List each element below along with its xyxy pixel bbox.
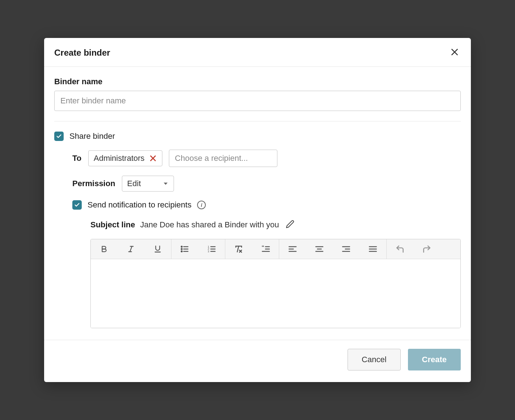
share-binder-row: Share binder [54, 132, 461, 141]
italic-icon [127, 245, 135, 253]
pencil-icon [286, 220, 294, 228]
share-binder-checkbox[interactable] [54, 132, 64, 141]
remove-recipient-button[interactable] [149, 154, 157, 162]
redo-button[interactable] [413, 239, 440, 259]
editor-textarea[interactable] [91, 259, 460, 328]
notify-checkbox[interactable] [72, 200, 82, 210]
redo-icon [422, 244, 431, 254]
toolbar-group-formatting [91, 239, 171, 259]
share-binder-label: Share binder [69, 132, 115, 141]
binder-name-input[interactable] [54, 91, 461, 111]
modal-footer: Cancel Create [44, 340, 471, 382]
x-icon [149, 154, 157, 162]
notify-label: Send notification to recipients [88, 200, 191, 210]
toolbar-group-history [387, 239, 440, 259]
toolbar-group-lists: 123 [171, 239, 225, 259]
close-button[interactable] [448, 46, 461, 59]
numbered-list-button[interactable]: 123 [198, 239, 225, 259]
cancel-button[interactable]: Cancel [348, 349, 400, 370]
bullet-list-icon [180, 244, 190, 254]
binder-name-label: Binder name [54, 77, 461, 86]
to-row: To Administrators [72, 150, 461, 167]
subject-label: Subject line [90, 220, 135, 230]
blockquote-icon: “ [261, 244, 270, 254]
align-left-icon [288, 244, 297, 254]
bullet-list-button[interactable] [171, 239, 198, 259]
svg-text:3: 3 [208, 250, 209, 253]
clear-format-button[interactable] [225, 239, 252, 259]
close-icon [450, 47, 459, 57]
recipient-input[interactable] [169, 150, 277, 167]
modal-header: Create binder [44, 38, 471, 67]
bold-icon [100, 245, 108, 253]
undo-button[interactable] [387, 239, 413, 259]
permission-label: Permission [72, 179, 115, 188]
edit-subject-button[interactable] [284, 218, 296, 231]
svg-point-12 [181, 246, 182, 247]
underline-icon [154, 245, 162, 253]
align-right-button[interactable] [333, 239, 359, 259]
bold-button[interactable] [91, 239, 118, 259]
check-icon [56, 133, 62, 139]
align-right-icon [341, 244, 351, 254]
create-binder-modal: Create binder Binder name Share binder T… [44, 38, 471, 382]
svg-marker-4 [163, 183, 167, 185]
undo-icon [395, 244, 405, 254]
svg-line-21 [237, 246, 239, 252]
toolbar-group-align [279, 239, 387, 259]
share-settings: To Administrators Permission Edit [72, 150, 461, 328]
align-center-button[interactable] [306, 239, 333, 259]
permission-select[interactable]: Edit [122, 176, 174, 192]
subject-value: Jane Doe has shared a Binder with you [140, 220, 279, 230]
notify-row: Send notification to recipients i [72, 200, 461, 210]
editor-toolbar: 123 “ [91, 239, 460, 259]
permission-selected-value: Edit [127, 179, 141, 188]
create-button[interactable]: Create [408, 349, 461, 370]
align-left-button[interactable] [279, 239, 306, 259]
numbered-list-icon: 123 [207, 244, 216, 254]
blockquote-button[interactable]: “ [252, 239, 279, 259]
toolbar-group-misc: “ [225, 239, 279, 259]
svg-point-13 [181, 249, 182, 250]
divider [54, 121, 461, 121]
to-label: To [72, 154, 82, 163]
svg-text:“: “ [261, 244, 264, 250]
rich-text-editor: 123 “ [90, 239, 461, 328]
subject-row: Subject line Jane Doe has shared a Binde… [90, 218, 461, 231]
permission-row: Permission Edit [72, 176, 461, 192]
svg-line-7 [130, 247, 132, 252]
info-icon[interactable]: i [197, 201, 206, 209]
align-justify-icon [368, 244, 378, 254]
align-justify-button[interactable] [359, 239, 386, 259]
modal-body: Binder name Share binder To Administrato… [44, 67, 471, 331]
align-center-icon [315, 244, 324, 254]
check-icon [74, 202, 80, 208]
italic-button[interactable] [118, 239, 144, 259]
clear-format-icon [234, 245, 243, 253]
recipient-chip: Administrators [88, 150, 162, 166]
chevron-down-icon [163, 181, 169, 187]
underline-button[interactable] [144, 239, 171, 259]
modal-title: Create binder [54, 48, 110, 58]
recipient-chip-label: Administrators [94, 154, 145, 163]
svg-point-14 [181, 251, 182, 252]
